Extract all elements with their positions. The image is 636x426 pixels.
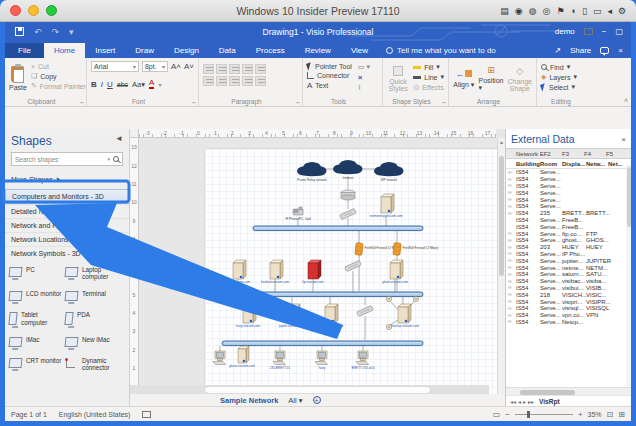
- align-middle-icon[interactable]: [216, 76, 227, 86]
- macros-icon[interactable]: [142, 411, 151, 418]
- language-indicator[interactable]: English (United States): [59, 411, 131, 418]
- table-row[interactable]: ∞ IS54 Serve... ftp.co... FTP: [506, 230, 631, 237]
- align-bottom-icon[interactable]: [229, 76, 240, 86]
- col-display[interactable]: Displa...: [562, 161, 586, 167]
- stencil-tab[interactable]: Network and Peripherals - 3D: [5, 218, 129, 232]
- master-shape-item[interactable]: Tablet computer: [9, 311, 63, 325]
- align-center-icon[interactable]: [216, 64, 227, 74]
- zoom-slider[interactable]: [515, 414, 573, 415]
- text-tool-button[interactable]: AText: [307, 81, 352, 90]
- col-network-b[interactable]: Net...: [608, 161, 626, 167]
- master-shape-item[interactable]: LCD monitor: [9, 290, 63, 301]
- font-size-combo[interactable]: 8pt.▾: [142, 61, 168, 72]
- presentation-mode-icon[interactable]: ▭: [493, 410, 501, 419]
- share-button[interactable]: Share: [570, 46, 591, 55]
- align-top-icon[interactable]: [203, 76, 214, 86]
- table-row[interactable]: ∞ IS54 Serve... visibac... visiba...: [506, 278, 631, 285]
- ribbon-display-options-icon[interactable]: [584, 28, 593, 35]
- page-tab-sample-network[interactable]: Sample Network: [220, 396, 278, 405]
- grow-font-icon[interactable]: A˄: [171, 62, 181, 71]
- bold-button[interactable]: B: [91, 80, 97, 89]
- font-launcher-icon[interactable]: ⌐: [192, 99, 196, 105]
- stencil-tab[interactable]: Detailed Network Diagram - 3D: [5, 204, 129, 218]
- window-close-icon[interactable]: ×: [618, 46, 623, 55]
- font-color-button[interactable]: A: [149, 79, 154, 89]
- case-button[interactable]: Aa▾: [132, 80, 145, 89]
- ribbon-tab[interactable]: Home: [44, 43, 85, 58]
- page-filter-dropdown[interactable]: All ▾: [288, 396, 302, 405]
- close-panel-icon[interactable]: ×: [621, 135, 626, 144]
- ribbon-tab[interactable]: Process: [246, 43, 295, 58]
- text-direction-icon[interactable]: [242, 76, 253, 86]
- master-shape-item[interactable]: iMac: [9, 336, 63, 347]
- master-shape-item[interactable]: Laptop computer: [65, 266, 119, 280]
- collapse-ribbon-icon[interactable]: ˄: [624, 97, 628, 104]
- switch-windows-icon[interactable]: ⊞: [618, 410, 625, 419]
- table-row[interactable]: ∞ IS54 203 HUEY HUEY: [506, 244, 631, 251]
- ribbon-tab[interactable]: Review: [295, 43, 341, 58]
- search-shapes-box[interactable]: Search shapes ▾: [11, 152, 123, 166]
- bullets-icon[interactable]: [242, 64, 253, 74]
- table-row[interactable]: ∞ IS54 Serve...: [506, 189, 631, 196]
- stencil-tab[interactable]: Network Symbols - 3D: [5, 246, 129, 260]
- effects-button[interactable]: ◎Effects: [413, 83, 444, 91]
- shape-styles-launcher-icon[interactable]: ⌐: [442, 99, 446, 105]
- tell-me-box[interactable]: Tell me what you want to do: [386, 46, 496, 58]
- more-shapes-link[interactable]: More Shapes ▸: [5, 166, 129, 189]
- master-shape-item[interactable]: Dynamic connector: [65, 357, 119, 371]
- italic-button[interactable]: I: [101, 80, 103, 89]
- menubar-icon[interactable]: ⚑: [556, 6, 564, 16]
- align-left-icon[interactable]: [203, 64, 214, 74]
- stencil-tab[interactable]: Network Locations - 3D: [5, 232, 129, 246]
- find-button[interactable]: Find ▾: [541, 63, 577, 71]
- line-button[interactable]: Line ▾: [413, 73, 444, 81]
- ribbon-tab[interactable]: Insert: [85, 43, 125, 58]
- font-color-dropdown-icon[interactable]: ▾: [158, 81, 161, 88]
- table-row[interactable]: ∞ IS54 Serve... visibui... VISIB...: [506, 285, 631, 292]
- clipboard-launcher-icon[interactable]: ⌐: [80, 99, 84, 105]
- table-row[interactable]: ∞ IS54 Serve... IP Pho...: [506, 251, 631, 258]
- indent-icon[interactable]: [255, 64, 266, 74]
- strikethrough-button[interactable]: abc: [117, 81, 128, 88]
- new-page-button[interactable]: +: [313, 396, 321, 404]
- canvas-vertical-scrollbar[interactable]: ▴: [497, 138, 505, 394]
- align-right-icon[interactable]: [229, 64, 240, 74]
- zoom-out-button[interactable]: −: [505, 410, 510, 419]
- signed-in-user[interactable]: demo: [555, 27, 575, 36]
- ribbon-tab[interactable]: Data: [209, 43, 246, 58]
- minimize-icon[interactable]: −: [602, 27, 607, 36]
- table-row[interactable]: ∞ IS54 Serve...: [506, 203, 631, 210]
- table-row[interactable]: ∞ IS54 Serve... visipri... VISIPR...: [506, 298, 631, 305]
- fit-page-icon[interactable]: ⊡: [607, 410, 614, 419]
- menubar-icon[interactable]: ▯: [582, 6, 587, 16]
- menubar-icon[interactable]: ⚙: [618, 6, 626, 16]
- master-shape-item[interactable]: New iMac: [65, 336, 119, 347]
- table-row[interactable]: ∞ IS54 218 VISICH... VISIC...: [506, 291, 631, 298]
- drawing-canvas[interactable]: -3-2-101234567891011121314151617 1312111…: [130, 129, 505, 406]
- vertical-scroll-thumb[interactable]: [499, 156, 504, 276]
- table-row[interactable]: ∞ IS54 Serve...: [506, 176, 631, 183]
- col-building[interactable]: Building: [516, 161, 540, 167]
- menubar-icon[interactable]: ◉: [515, 6, 523, 16]
- zoom-in-button[interactable]: +: [578, 410, 583, 419]
- ribbon-tab[interactable]: Draw: [125, 43, 164, 58]
- rotate-text-icon[interactable]: [255, 76, 266, 86]
- table-vertical-scrollbar[interactable]: [626, 165, 631, 386]
- collapse-panel-icon[interactable]: ◄: [115, 134, 123, 148]
- canvas-horizontal-scrollbar[interactable]: [130, 385, 489, 394]
- cut-button[interactable]: ×Cut: [31, 63, 86, 70]
- table-row[interactable]: ∞ IS54 Serve...: [506, 169, 631, 176]
- page-indicator[interactable]: Page 1 of 1: [11, 411, 47, 418]
- stencil-tab[interactable]: Computers and Monitors - 3D: [5, 189, 129, 204]
- connector-button[interactable]: Connector: [307, 72, 352, 79]
- zoom-slider-thumb[interactable]: [527, 411, 530, 418]
- sheet-tab-visrpt[interactable]: VisRpt: [539, 398, 559, 405]
- restore-icon[interactable]: ▢: [615, 27, 623, 36]
- table-row[interactable]: ∞ IS54 235 BRETT... BRETT...: [506, 210, 631, 217]
- copy-button[interactable]: ❏Copy: [31, 72, 86, 80]
- ribbon-tab[interactable]: Design: [164, 43, 209, 58]
- connection-point-icon[interactable]: ×: [358, 73, 370, 82]
- change-shape-button[interactable]: ◇ Change Shape: [507, 61, 532, 96]
- table-horizontal-scrollbar[interactable]: [506, 387, 631, 395]
- table-row[interactable]: ∞ IS54 Serve...: [506, 183, 631, 190]
